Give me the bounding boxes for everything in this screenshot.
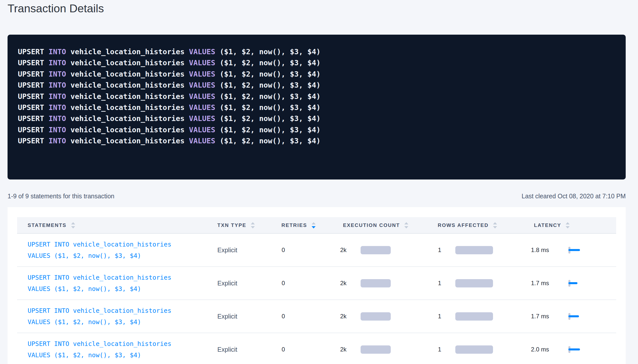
page-title: Transaction Details (8, 2, 638, 16)
rows-affected-value: 1 (428, 346, 441, 353)
rows-affected-value: 1 (428, 313, 441, 320)
execution-count-bar (361, 246, 391, 254)
retries-value: 0 (272, 247, 285, 254)
latency-bar-chart (568, 280, 591, 287)
latency-value: 1.8 ms (531, 247, 551, 254)
column-header-rows-affected[interactable]: ROWS AFFECTED (438, 222, 534, 228)
statement-cell: UPSERT INTO vehicle_location_histories V… (28, 239, 217, 261)
latency-value: 1.7 ms (531, 313, 551, 320)
latency-cell: 2.0 ms (534, 346, 616, 353)
latency-bar (568, 282, 577, 284)
code-line: UPSERT INTO vehicle_location_histories V… (18, 135, 616, 146)
sort-desc-icon[interactable] (404, 226, 408, 228)
latency-bar (568, 249, 580, 251)
sort-arrows-icon[interactable] (566, 222, 570, 228)
latency-value: 1.7 ms (531, 280, 551, 287)
retries-value: 0 (272, 313, 285, 320)
rows-affected-bar (455, 246, 493, 254)
execution-count-value: 2k (333, 313, 347, 320)
sort-arrows-icon[interactable] (493, 222, 497, 228)
statement-link[interactable]: UPSERT INTO vehicle_location_histories (28, 272, 217, 283)
sql-values-args: ($1, $2, now(), $3, $4) (220, 47, 321, 56)
retries-value: 0 (272, 346, 285, 353)
rows-affected-bar (455, 345, 493, 354)
latency-bar (568, 348, 580, 350)
code-line: UPSERT INTO vehicle_location_histories V… (18, 113, 616, 124)
rows-affected-value: 1 (428, 247, 441, 254)
latency-cell: 1.8 ms (534, 247, 616, 254)
latency-bar-chart (568, 313, 591, 320)
code-line: UPSERT INTO vehicle_location_histories V… (18, 124, 616, 135)
sort-arrows-icon[interactable] (312, 222, 316, 228)
sort-desc-icon[interactable] (493, 226, 497, 228)
statement-link[interactable]: UPSERT INTO vehicle_location_histories (28, 338, 217, 349)
sort-desc-icon[interactable] (566, 226, 570, 228)
transaction-statements-code-block: UPSERT INTO vehicle_location_histories V… (8, 35, 626, 179)
sort-desc-icon[interactable] (251, 226, 255, 228)
code-line: UPSERT INTO vehicle_location_histories V… (18, 91, 616, 102)
column-header-latency[interactable]: LATENCY (534, 222, 616, 228)
code-line: UPSERT INTO vehicle_location_histories V… (18, 69, 616, 80)
latency-cell: 1.7 ms (534, 280, 616, 287)
execution-count-cell: 2k (343, 279, 438, 287)
code-line: UPSERT INTO vehicle_location_histories V… (18, 102, 616, 113)
execution-count-cell: 2k (343, 345, 438, 354)
table-row: UPSERT INTO vehicle_location_histories V… (17, 300, 616, 333)
column-header-txn-type[interactable]: TXN TYPE (217, 222, 281, 228)
statement-link[interactable]: VALUES ($1, $2, now(), $3, $4) (28, 283, 217, 294)
sort-asc-icon[interactable] (71, 222, 75, 224)
column-header-statements[interactable]: STATEMENTS (28, 222, 217, 228)
statement-link[interactable]: UPSERT INTO vehicle_location_histories (28, 239, 217, 250)
statement-link[interactable]: VALUES ($1, $2, now(), $3, $4) (28, 250, 217, 261)
rows-affected-bar (455, 279, 493, 287)
last-cleared-text: Last cleared Oct 08, 2020 at 7:10 PM (522, 192, 626, 200)
statement-cell: UPSERT INTO vehicle_location_histories V… (28, 272, 217, 294)
sort-asc-icon[interactable] (404, 222, 408, 224)
execution-count-bar (361, 345, 391, 354)
sort-arrows-icon[interactable] (71, 222, 75, 228)
statements-summary-row: 1-9 of 9 statements for this transaction… (8, 192, 626, 200)
execution-count-value: 2k (333, 280, 347, 287)
sort-asc-icon[interactable] (251, 222, 255, 224)
sort-asc-icon[interactable] (566, 222, 570, 224)
execution-count-value: 2k (333, 247, 347, 254)
execution-count-bar (361, 312, 391, 321)
column-header-retries[interactable]: RETRIES (281, 222, 343, 228)
statement-link[interactable]: UPSERT INTO vehicle_location_histories (28, 305, 217, 316)
sql-keyword-into: INTO (48, 47, 70, 56)
rows-affected-cell: 1 (438, 312, 534, 321)
statements-range-text: 1-9 of 9 statements for this transaction (8, 192, 114, 200)
sort-asc-icon[interactable] (493, 222, 497, 224)
column-header-execution-count[interactable]: EXECUTION COUNT (343, 222, 438, 228)
execution-count-cell: 2k (343, 246, 438, 254)
statement-link[interactable]: VALUES ($1, $2, now(), $3, $4) (28, 349, 217, 361)
code-line: UPSERT INTO vehicle_location_histories V… (18, 57, 616, 68)
sql-table-name: vehicle_location_histories (71, 47, 189, 56)
sort-desc-icon[interactable] (71, 226, 75, 228)
latency-cell: 1.7 ms (534, 313, 616, 320)
rows-affected-cell: 1 (438, 345, 534, 354)
code-line: UPSERT INTO vehicle_location_histories V… (18, 80, 616, 91)
statement-cell: UPSERT INTO vehicle_location_histories V… (28, 305, 217, 328)
rows-affected-value: 1 (428, 280, 441, 287)
latency-value: 2.0 ms (531, 346, 551, 353)
rows-affected-bar (455, 312, 493, 321)
code-line: UPSERT INTO vehicle_location_histories V… (18, 46, 616, 57)
rows-affected-cell: 1 (438, 246, 534, 254)
table-row: UPSERT INTO vehicle_location_histories V… (17, 234, 616, 267)
statements-table-header: STATEMENTS TXN TYPE RETRIES EXECUTION CO… (17, 217, 616, 234)
sort-desc-icon[interactable] (312, 226, 316, 228)
execution-count-value: 2k (333, 346, 347, 353)
execution-count-cell: 2k (343, 312, 438, 321)
latency-bar-chart (568, 346, 591, 353)
sql-keyword-upsert: UPSERT (18, 47, 48, 56)
statement-link[interactable]: VALUES ($1, $2, now(), $3, $4) (28, 316, 217, 328)
execution-count-bar (361, 279, 391, 287)
table-row: UPSERT INTO vehicle_location_histories V… (17, 267, 616, 300)
sql-keyword-values: VALUES (189, 47, 220, 56)
sort-arrows-icon[interactable] (251, 222, 255, 228)
sort-arrows-icon[interactable] (404, 222, 408, 228)
statements-table-card: STATEMENTS TXN TYPE RETRIES EXECUTION CO… (8, 207, 626, 364)
sort-asc-icon[interactable] (312, 222, 316, 224)
latency-bar (568, 315, 579, 317)
